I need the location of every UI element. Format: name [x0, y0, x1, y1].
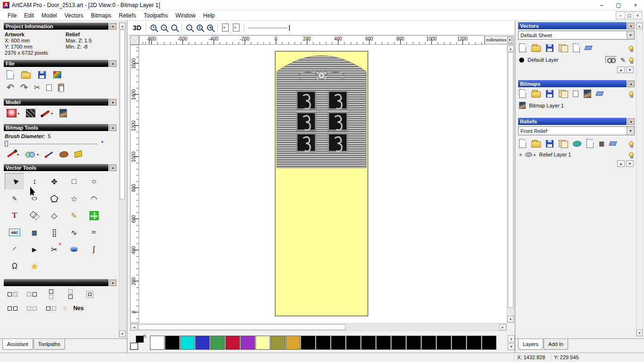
merge-bitmap-layers-icon[interactable] [559, 90, 568, 97]
sheet-select[interactable]: Default Sheet ▼ [518, 31, 635, 40]
relief-select[interactable]: Front Relief ▼ [518, 126, 635, 135]
flyout-arrow-icon[interactable]: ▸ [18, 111, 20, 115]
close-button[interactable]: × [627, 0, 644, 10]
palette-swatch[interactable] [271, 336, 285, 350]
flood-fill-icon[interactable] [74, 150, 83, 158]
layer-colour-swatch[interactable] [519, 58, 524, 63]
weld-vectors-icon[interactable] [25, 303, 38, 313]
minimize-button[interactable]: – [593, 0, 610, 10]
contrast-slider[interactable] [248, 24, 292, 32]
palette-swatch[interactable] [150, 336, 165, 350]
text-block-tool[interactable]: ABC [5, 224, 25, 241]
open-vector-layer-icon[interactable] [531, 46, 541, 52]
palette-swatch[interactable] [467, 336, 481, 350]
palette-scrollbar[interactable]: ▲ ▼ [508, 335, 515, 350]
paste-along-curve-tool[interactable] [84, 207, 104, 224]
scroll-up-button[interactable]: ▲ [119, 23, 125, 29]
create-arc-tool[interactable]: ◠ [84, 190, 104, 207]
new-model-icon[interactable] [7, 70, 14, 79]
bitmap-tools-collapse-button[interactable]: ▲ [109, 124, 116, 131]
palette-swatch[interactable] [240, 336, 255, 350]
mdi-minimize-button[interactable]: – [616, 12, 625, 19]
ruler-units-combo[interactable]: millimetres ▼ [485, 36, 514, 44]
new-bitmap-layer-icon[interactable] [519, 89, 526, 98]
flyout-arrow-icon[interactable]: ▸ [37, 152, 39, 156]
maximize-button[interactable]: ▢ [610, 0, 627, 10]
flyout-arrow-icon[interactable]: ▸ [51, 111, 53, 115]
new-relief-layer-icon[interactable] [519, 139, 526, 148]
vector-doctor-tool[interactable]: ★ [25, 258, 44, 275]
swap-colours-icon[interactable]: ↻ [143, 334, 147, 338]
scatter-dots-icon[interactable]: ∷ [64, 306, 67, 311]
import-icon[interactable] [53, 71, 61, 78]
mirror-vectors-tool[interactable]: Ω [5, 258, 25, 275]
menu-item[interactable]: Window [172, 11, 199, 20]
move-layer-down-button[interactable]: ▼ [626, 66, 634, 73]
save-vector-layer-icon[interactable] [546, 44, 553, 52]
new-sheet-icon[interactable] [573, 43, 580, 52]
palette-swatch[interactable] [165, 336, 180, 350]
arc-segment-tool[interactable]: ◜ [5, 241, 25, 258]
zoom-object-icon[interactable] [171, 25, 177, 31]
mdi-restore-button[interactable]: ▢ [625, 12, 633, 19]
tab-add-in[interactable]: Add In [544, 339, 568, 350]
palette-swatch[interactable] [437, 336, 451, 350]
palette-swatch[interactable] [316, 336, 330, 350]
relief-layer-visibility-icon[interactable] [629, 152, 634, 157]
file-collapse-button[interactable]: ▲ [109, 60, 116, 67]
units-dropdown-icon[interactable]: ▼ [507, 37, 512, 43]
align-bottom-icon[interactable] [64, 289, 77, 299]
copy-icon[interactable] [46, 84, 52, 91]
scroll-up-button[interactable]: ▲ [507, 45, 514, 52]
palette-swatch[interactable] [180, 336, 195, 350]
toggle-all-visibility-icon[interactable] [629, 46, 634, 50]
redo-icon[interactable]: ↷ [20, 84, 28, 91]
spline-tool[interactable]: ∫ [84, 241, 104, 258]
transform-vectors-tool[interactable]: ✥ [44, 173, 64, 190]
bitmap-preview-icon[interactable] [584, 90, 591, 98]
free-draw-tool[interactable]: ✎ [64, 207, 84, 224]
scroll-thumb[interactable] [120, 30, 125, 199]
open-relief-layer-icon[interactable] [531, 141, 541, 148]
primary-secondary-colour-selector[interactable]: ↻ [130, 336, 145, 350]
dropdown-arrow-icon[interactable]: ▼ [627, 127, 634, 135]
zoom-actual-size-icon[interactable]: 1 [197, 25, 203, 31]
canvas-horizontal-scrollbar[interactable]: ◄ ► [130, 323, 507, 331]
offset-vectors-tool[interactable]: ◇ [44, 207, 64, 224]
vector-tools-collapse-button[interactable]: ▲ [109, 165, 116, 171]
model-brush-icon[interactable] [41, 110, 50, 116]
align-right-icon[interactable] [25, 289, 38, 299]
bitmap-layer-row[interactable]: Bitmap Layer 1 [518, 100, 635, 111]
tab-layers[interactable]: Layers [518, 339, 543, 350]
block-copy-tool[interactable]: ⣿ [44, 224, 64, 241]
move-layer-down-button[interactable]: ▼ [626, 160, 634, 167]
delete-bitmap-layer-icon[interactable] [595, 91, 603, 96]
create-star-tool[interactable]: ☆ [64, 190, 84, 207]
scroll-down-button[interactable]: ▼ [119, 330, 125, 337]
tab-toolpaths[interactable]: Toolpaths [33, 339, 65, 350]
menu-item[interactable]: Bitmaps [87, 11, 115, 20]
copy-bitmap-icon[interactable] [573, 90, 578, 97]
scroll-thumb[interactable] [138, 324, 346, 330]
menu-item[interactable]: Toolpaths [140, 11, 172, 20]
move-layer-up-button[interactable]: ▲ [617, 160, 625, 167]
palette-scroll-down-button[interactable]: ▼ [508, 343, 515, 350]
palette-swatch[interactable] [391, 336, 406, 350]
paint-selective-icon[interactable] [25, 151, 36, 157]
paint-brush-icon[interactable] [7, 151, 16, 158]
canvas-vertical-scrollbar[interactable]: ▲ ▼ [507, 45, 514, 323]
snapshot-out-icon[interactable]: « [233, 24, 239, 32]
undo-icon[interactable]: ↶ [7, 84, 14, 91]
palette-icon[interactable] [59, 151, 68, 157]
zoom-window-icon[interactable]: ▫ [186, 25, 192, 31]
palette-swatch[interactable] [301, 336, 315, 350]
snap-toggle[interactable] [605, 56, 617, 64]
model-collapse-button[interactable]: ▲ [109, 99, 116, 106]
menu-item[interactable]: Help [199, 11, 219, 20]
save-relief-layer-icon[interactable] [546, 140, 553, 148]
select-vectors-tool[interactable]: ▶ [5, 173, 25, 190]
primary-colour-swatch[interactable] [130, 343, 138, 350]
scroll-up-button[interactable]: ▲ [636, 23, 643, 29]
trim-vectors-tool[interactable]: ✂× [44, 241, 64, 258]
relief-layer-row[interactable]: + ▸ Relief Layer 1 [518, 150, 635, 159]
